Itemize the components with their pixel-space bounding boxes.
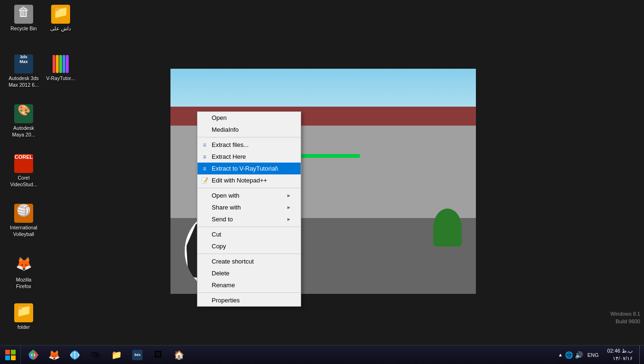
- folder-icon: [14, 303, 33, 322]
- ctx-copy-label: Copy: [212, 243, 226, 250]
- build-line2: Build 9600: [610, 318, 640, 325]
- ctx-open-with-label: Open with: [212, 192, 240, 199]
- desktop-icon-daash[interactable]: داش علی: [42, 5, 80, 32]
- folder-daash-icon: [51, 5, 70, 24]
- vray-label: V-RayTutor...: [42, 75, 80, 82]
- ctx-edit-notepad-label: Edit with Notepad++: [212, 177, 267, 184]
- desktop-icon-folder[interactable]: folder: [5, 303, 43, 331]
- svg-rect-1: [11, 350, 16, 355]
- windows-logo-icon: [5, 349, 16, 361]
- ctx-extract-files-label: Extract files...: [212, 141, 249, 148]
- vray-rar-icon: [51, 55, 70, 73]
- ctx-extract-to-icon: ≡: [200, 164, 209, 173]
- taskbar-firefox[interactable]: 🦊: [44, 346, 64, 364]
- corel-icon: COREL: [14, 154, 33, 173]
- context-menu: Open MediaInfo ≡ Extract files... ≡ Extr…: [197, 111, 301, 307]
- show-desktop-button[interactable]: [639, 346, 642, 364]
- ctx-rename-label: Rename: [212, 282, 235, 289]
- folder-daash-label: داش علی: [42, 26, 80, 32]
- taskbar-store[interactable]: 🛍: [85, 346, 106, 364]
- ctx-extract-to[interactable]: ≡ Extract to V-RayTutorial\: [197, 163, 301, 174]
- ctx-notepad-icon: 📝: [200, 176, 209, 185]
- desktop-icon-firefox[interactable]: MozillaFirefox: [5, 256, 43, 290]
- ctx-properties-label: Properties: [212, 297, 240, 304]
- 3ds-icon: 3dsMax: [14, 55, 33, 73]
- ctx-cut-label: Cut: [212, 231, 221, 238]
- ctx-share-with-arrow: ►: [286, 205, 291, 210]
- desktop-icon-volleyball[interactable]: InternationalVolleyball: [5, 204, 43, 237]
- folder-label: folder: [5, 324, 43, 331]
- svg-rect-0: [5, 350, 10, 355]
- ctx-rename[interactable]: Rename: [197, 279, 301, 291]
- ctx-extract-to-label: Extract to V-RayTutorial\: [212, 165, 278, 172]
- firefox-desktop-icon: [14, 256, 33, 275]
- tray-show-hidden[interactable]: ▲: [558, 352, 563, 357]
- recycle-bin-label: Recycle Bin: [5, 26, 43, 32]
- ctx-extract-here-icon: ≡: [200, 153, 209, 161]
- svg-rect-2: [5, 355, 10, 360]
- ctx-open-with-arrow: ►: [286, 193, 291, 198]
- scene-bush: [433, 209, 462, 246]
- clock-date: ۱۴/۰۷/۱۶: [607, 355, 633, 362]
- ctx-send-to-arrow: ►: [286, 217, 291, 222]
- desktop-icon-recycle-bin[interactable]: Recycle Bin: [5, 5, 43, 32]
- build-line1: Windows 8.1: [610, 310, 640, 318]
- scene-sky: [170, 69, 476, 107]
- ctx-sep-1: [197, 137, 301, 137]
- desktop-icon-corel[interactable]: COREL CorelVideoStud...: [5, 154, 43, 188]
- taskbar-chrome[interactable]: [23, 346, 44, 364]
- desktop-icon-3ds[interactable]: 3dsMax Autodesk 3dsMax 2012 6...: [5, 55, 43, 88]
- ctx-open-label: Open: [212, 114, 227, 121]
- 3ds-label: Autodesk 3dsMax 2012 6...: [5, 75, 43, 88]
- ctx-mediainfo-label: MediaInfo: [212, 126, 239, 133]
- ctx-extract-files-icon: ≡: [200, 141, 209, 149]
- tray-icons: ▲ 🌐 🔊: [558, 351, 583, 359]
- ctx-extract-files[interactable]: ≡ Extract files...: [197, 139, 301, 151]
- recycle-bin-icon: [14, 5, 33, 24]
- taskbar-pinned-icons: 🦊 🛍 📁 3ds 🖼 🏠: [21, 346, 191, 364]
- tray-lang[interactable]: ENG: [586, 352, 601, 358]
- ctx-extract-here-label: Extract Here: [212, 153, 246, 160]
- corel-label: CorelVideoStud...: [5, 175, 43, 188]
- taskbar-3ds[interactable]: 3ds: [127, 346, 148, 364]
- desktop: Recycle Bin داش علی 3dsMax Autodesk 3dsM…: [0, 0, 644, 345]
- ctx-edit-notepad[interactable]: 📝 Edit with Notepad++: [197, 174, 301, 186]
- svg-rect-3: [11, 355, 16, 360]
- ctx-extract-here[interactable]: ≡ Extract Here: [197, 151, 301, 163]
- tray-volume-icon[interactable]: 🔊: [575, 351, 583, 359]
- desktop-icon-vray[interactable]: V-RayTutor...: [42, 55, 80, 82]
- ctx-mediainfo[interactable]: MediaInfo: [197, 124, 301, 136]
- taskbar-ie[interactable]: [64, 346, 85, 364]
- ctx-send-to-label: Send to: [212, 216, 233, 223]
- firefox-label: MozillaFirefox: [5, 277, 43, 290]
- tray-network-icon: 🌐: [565, 351, 573, 359]
- ctx-send-to[interactable]: Send to ►: [197, 213, 301, 225]
- system-tray: ▲ 🌐 🔊 ENG 02:46 ب.ظ ۱۴/۰۷/۱۶: [556, 346, 644, 364]
- taskbar-app1[interactable]: 🏠: [169, 346, 189, 364]
- start-button[interactable]: [0, 346, 21, 364]
- ctx-sep-2: [197, 188, 301, 188]
- maya-icon: [14, 104, 33, 123]
- ctx-cut[interactable]: Cut: [197, 228, 301, 240]
- ctx-delete-label: Delete: [212, 270, 230, 277]
- windows-build-info: Windows 8.1 Build 9600: [610, 310, 640, 325]
- desktop-icon-maya[interactable]: AutodeskMaya 20...: [5, 104, 43, 138]
- ctx-create-shortcut[interactable]: Create shortcut: [197, 255, 301, 267]
- volleyball-label: InternationalVolleyball: [5, 225, 43, 237]
- ctx-sep-4: [197, 254, 301, 254]
- taskbar: 🦊 🛍 📁 3ds 🖼 🏠 ▲ 🌐 🔊 ENG: [0, 345, 644, 364]
- volleyball-icon: [14, 204, 33, 223]
- ctx-create-shortcut-label: Create shortcut: [212, 258, 254, 265]
- ctx-delete[interactable]: Delete: [197, 267, 301, 279]
- taskbar-explorer[interactable]: 📁: [106, 346, 127, 364]
- ctx-share-with-label: Share with: [212, 204, 241, 211]
- ctx-share-with[interactable]: Share with ►: [197, 201, 301, 213]
- maya-label: AutodeskMaya 20...: [5, 125, 43, 138]
- ctx-open[interactable]: Open: [197, 112, 301, 124]
- ctx-properties[interactable]: Properties: [197, 294, 301, 306]
- clock-time: 02:46 ب.ظ: [607, 347, 633, 355]
- ctx-open-with[interactable]: Open with ►: [197, 190, 301, 201]
- system-clock[interactable]: 02:46 ب.ظ ۱۴/۰۷/۱۶: [603, 347, 636, 362]
- taskbar-ps[interactable]: 🖼: [148, 346, 169, 364]
- ctx-copy[interactable]: Copy: [197, 240, 301, 252]
